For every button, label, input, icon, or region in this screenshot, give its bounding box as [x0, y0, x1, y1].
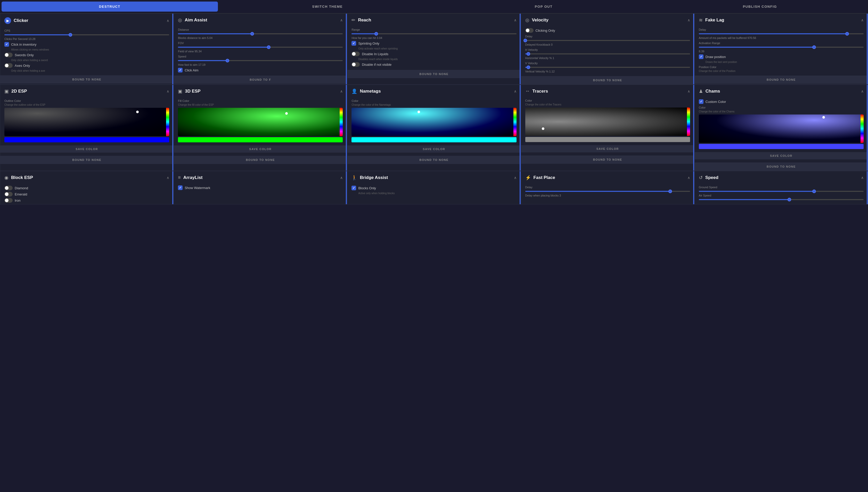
bound-button-3d-esp[interactable]: BOUND TO NONE: [174, 156, 347, 164]
spectrum-bar[interactable]: [861, 115, 864, 143]
save-color-button[interactable]: SAVE COLOR: [0, 145, 173, 153]
module-2d-esp: ▣ 2D ESP ∧ Outline Color Change the outl…: [0, 84, 174, 171]
collapse-chevron[interactable]: ∧: [861, 18, 864, 22]
toggle[interactable]: [4, 192, 13, 196]
collapse-chevron[interactable]: ∧: [514, 18, 517, 22]
toggle[interactable]: [4, 63, 13, 68]
checkbox[interactable]: [178, 68, 182, 72]
checkbox-row[interactable]: Click in inventory: [4, 42, 169, 47]
toggle-row[interactable]: Disable In Liquids: [351, 52, 516, 56]
slider-container[interactable]: [351, 33, 516, 34]
toggle-row[interactable]: Diamond: [4, 186, 169, 190]
save-color-button[interactable]: SAVE COLOR: [695, 152, 868, 159]
toggle-label: Emerald: [15, 192, 27, 196]
collapse-chevron[interactable]: ∧: [514, 89, 517, 93]
checkbox-row[interactable]: Sprinting Only: [351, 41, 516, 46]
color-picker[interactable]: [351, 108, 516, 142]
collapse-chevron[interactable]: ∧: [688, 18, 690, 22]
color-picker[interactable]: [4, 108, 169, 142]
collapse-chevron[interactable]: ∧: [340, 176, 343, 180]
bound-button-reach[interactable]: BOUND TO NONE: [347, 70, 520, 78]
collapse-chevron[interactable]: ∧: [514, 176, 517, 180]
slider-container[interactable]: [4, 34, 169, 35]
checkbox-sublabel: Allows clicking on menu windows: [11, 48, 169, 51]
spectrum-bar[interactable]: [340, 108, 343, 136]
collapse-chevron[interactable]: ∧: [340, 89, 343, 93]
toggle-label: Diamond: [15, 186, 28, 190]
checkbox-row[interactable]: Show Watermark: [178, 186, 343, 190]
bound-button-aim-assist[interactable]: BOUND TO F: [174, 76, 347, 84]
slider-container[interactable]: [699, 47, 864, 48]
slider-container[interactable]: [525, 67, 690, 68]
toggle-row[interactable]: Swords Only: [4, 53, 169, 57]
checkbox-row[interactable]: Click Aim: [178, 68, 343, 72]
collapse-chevron[interactable]: ∧: [340, 18, 343, 22]
toggle[interactable]: [351, 62, 360, 67]
toggle[interactable]: [4, 186, 13, 190]
collapse-chevron[interactable]: ∧: [688, 176, 690, 180]
spectrum-bar[interactable]: [687, 107, 690, 136]
toggle-row[interactable]: Axes Only: [4, 63, 169, 68]
slider-container[interactable]: [178, 33, 343, 34]
checkbox[interactable]: [699, 54, 703, 59]
toggle[interactable]: [4, 53, 13, 57]
bound-button-tracers[interactable]: BOUND TO NONE: [521, 155, 694, 164]
setting-label: Distance: [178, 28, 343, 31]
checkbox-row[interactable]: Draw position: [699, 54, 864, 59]
toggle-row[interactable]: Emerald: [4, 192, 169, 196]
bound-button-clicker[interactable]: BOUND TO NONE: [0, 75, 173, 83]
slider-container[interactable]: [178, 47, 343, 48]
save-color-button[interactable]: SAVE COLOR: [521, 145, 694, 152]
color-picker[interactable]: [178, 108, 343, 142]
checkbox[interactable]: [351, 186, 356, 190]
collapse-chevron[interactable]: ∧: [861, 176, 864, 180]
checkbox-row[interactable]: Blocks Only: [351, 186, 516, 190]
checkbox-row[interactable]: Custom Color: [699, 99, 864, 104]
color-picker[interactable]: [525, 107, 690, 142]
color-picker[interactable]: [699, 115, 864, 149]
velocity-icon: ◎: [525, 17, 529, 23]
checkbox[interactable]: [178, 186, 182, 190]
bound-button-chams[interactable]: BOUND TO NONE: [695, 163, 868, 171]
spectrum-bar[interactable]: [166, 108, 169, 136]
toggle[interactable]: [4, 198, 13, 203]
collapse-chevron[interactable]: ∧: [861, 89, 864, 93]
checkbox[interactable]: [351, 41, 356, 46]
collapse-chevron[interactable]: ∧: [167, 19, 169, 23]
card-title: ArrayList: [183, 175, 203, 180]
slider-container[interactable]: [178, 60, 343, 61]
toggle-row[interactable]: Clicking Only: [525, 28, 690, 33]
slider-container[interactable]: [699, 191, 864, 192]
checkbox[interactable]: [699, 99, 703, 104]
toggle[interactable]: [525, 28, 534, 33]
checkbox[interactable]: [4, 42, 9, 47]
color-dot[interactable]: [542, 127, 544, 130]
bound-button-nametags[interactable]: BOUND TO NONE: [347, 156, 520, 164]
toggle-row[interactable]: Iron: [4, 198, 169, 203]
nav-pop-out[interactable]: POP OUT: [436, 0, 652, 13]
bound-button-fake-lag[interactable]: BOUND TO NONE: [695, 76, 868, 84]
slider-container[interactable]: [525, 53, 690, 54]
save-color-button[interactable]: SAVE COLOR: [347, 145, 520, 153]
color-dot[interactable]: [418, 110, 420, 113]
slider-container[interactable]: [699, 33, 864, 34]
toggle[interactable]: [351, 52, 360, 56]
collapse-chevron[interactable]: ∧: [167, 89, 169, 93]
collapse-chevron[interactable]: ∧: [688, 89, 690, 93]
collapse-chevron[interactable]: ∧: [167, 176, 169, 180]
save-color-button[interactable]: SAVE COLOR: [174, 145, 347, 153]
slider-container[interactable]: [525, 40, 690, 41]
bound-button-2d-esp[interactable]: BOUND TO NONE: [0, 156, 173, 164]
nav-switch-theme[interactable]: SWITCH THEME: [220, 0, 436, 13]
slider-container[interactable]: [525, 191, 690, 192]
spectrum-bar[interactable]: [514, 108, 517, 136]
toggle-label: Axes Only: [15, 64, 30, 68]
nav-publish-config[interactable]: PUBLISH CONFIG: [652, 0, 868, 13]
nav-destruct[interactable]: DESTRUCT: [2, 2, 218, 11]
toggle-row[interactable]: Disable if not visible: [351, 62, 516, 67]
color-dot[interactable]: [136, 110, 139, 113]
color-dot[interactable]: [285, 112, 288, 115]
bound-button-velocity[interactable]: BOUND TO NONE: [521, 76, 694, 84]
slider-container[interactable]: [699, 199, 864, 200]
color-dot[interactable]: [822, 116, 825, 119]
